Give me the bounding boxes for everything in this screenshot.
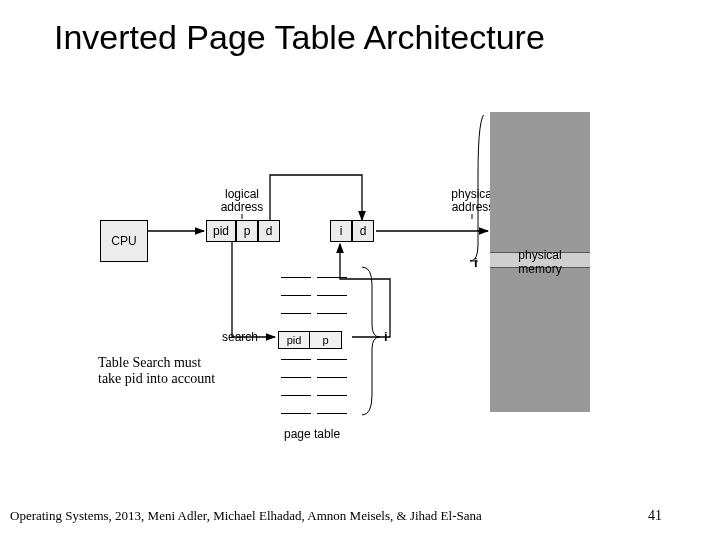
logical-address-label: logical address [212,188,272,214]
memory-i-label: i [474,255,478,270]
logical-p-cell: p [236,220,258,242]
page-number: 41 [648,508,662,524]
page-table-p-cell: p [310,331,342,349]
physical-memory-block: physical memory [490,112,590,412]
physical-memory-label: physical memory [518,248,561,276]
page-table-label: page table [284,427,340,441]
logical-pid-cell: pid [206,220,236,242]
footer-text: Operating Systems, 2013, Meni Adler, Mic… [10,508,482,524]
architecture-diagram: CPU logical address pid p d physical add… [100,115,590,455]
page-table-pid-cell: pid [278,331,310,349]
page-table: pid p [278,267,350,421]
note-text: Table Search must take pid into account [98,355,215,387]
note-line1: Table Search must [98,355,215,371]
page-table-i-label: i [384,329,388,344]
slide-title: Inverted Page Table Architecture [54,18,545,57]
search-label: search [222,330,258,344]
cpu-box: CPU [100,220,148,262]
note-line2: take pid into account [98,371,215,387]
page-table-matched-row: pid p [278,331,350,349]
physical-i-cell: i [330,220,352,242]
logical-d-cell: d [258,220,280,242]
physical-d-cell: d [352,220,374,242]
